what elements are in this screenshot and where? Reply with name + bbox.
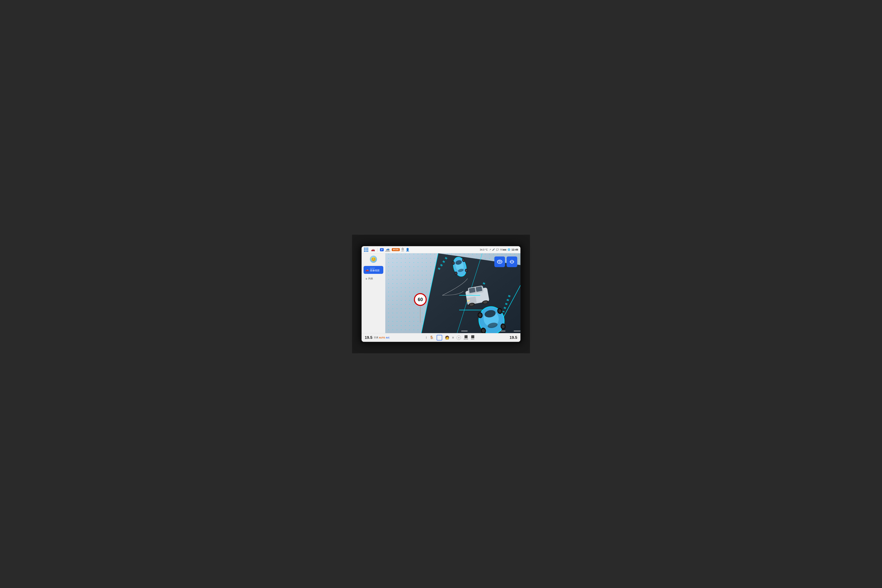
temperature-display: 34.0 °C [480, 248, 488, 251]
infotainment-screen: 🚗 P 🚙 ASSIST MODE ⏻ OFF [362, 246, 520, 342]
message-icon: 💬 [496, 248, 499, 251]
max-control[interactable]: ⬛ MAX [471, 335, 474, 340]
image-view-label: 图像视图 [370, 269, 380, 272]
list-icon: ≡ [366, 277, 367, 280]
svg-point-52 [497, 260, 502, 264]
svg-point-53 [499, 261, 501, 262]
svg-point-54 [510, 260, 513, 263]
divider-1 [377, 248, 378, 252]
rotate-view-button[interactable] [507, 256, 517, 267]
sidebar-item-image-view[interactable]: 🚗 ASSIST 图像视图 [363, 266, 383, 274]
right-status-icons: ↗ 🎤 💬 5G▮▮▮ 🌐 12:49 [489, 248, 518, 251]
screen-bezel: 🚗 P 🚙 ASSIST MODE ⏻ OFF [360, 244, 522, 344]
rear-control[interactable]: ⬛ REAR [464, 335, 468, 340]
sidebar: 😊 🚗 ASSIST 图像视图 ≡ 列表 [362, 253, 385, 333]
status-bar: 🚗 P 🚙 ASSIST MODE ⏻ OFF [362, 246, 520, 253]
add-button[interactable]: + [457, 336, 461, 340]
right-temperature: 19.5 [509, 335, 517, 340]
navigation-icon[interactable]: 🚗 [371, 248, 375, 252]
action-buttons [494, 256, 517, 267]
parking-button[interactable]: P [380, 248, 384, 251]
microphone-icon: 🎤 [492, 248, 495, 251]
dashboard-container: 🚗 P 🚙 ASSIST MODE ⏻ OFF [352, 235, 530, 353]
auto-label[interactable]: AUTO [379, 336, 385, 339]
main-content: 😊 🚗 ASSIST 图像视图 ≡ 列表 [362, 253, 520, 333]
person-icon[interactable]: 👤 [406, 248, 410, 252]
seat-heat-icon[interactable]: 🪑 [429, 336, 434, 340]
person-air-icon[interactable]: 🧑 [445, 336, 449, 340]
mode-button[interactable]: MODE [392, 248, 400, 251]
image-view-icon: 🚗 [366, 268, 369, 272]
clock-display: 12:49 [512, 248, 518, 251]
fan-speed-icon[interactable]: ⁞ [426, 336, 427, 339]
list-label: 列表 [368, 277, 373, 280]
off-icon[interactable]: ⏻ OFF [401, 248, 404, 252]
ac-label: 空调 [374, 336, 378, 339]
left-temperature: 19.5 [365, 335, 373, 340]
sidebar-item-list[interactable]: ≡ 列表 [363, 275, 383, 282]
camera-view-button[interactable] [494, 256, 505, 267]
climate-bar: 19.5 空调 AUTO A/C ⁞ 🪑 🧑 ≡ + [362, 333, 520, 342]
avatar: 😊 [370, 256, 377, 263]
ac-mode-label[interactable]: A/C [386, 336, 390, 339]
location-icon: ↗ [489, 248, 491, 251]
climate-menu-icon[interactable]: ≡ [452, 336, 454, 339]
assist-nav-icon[interactable]: 🚙 ASSIST [385, 248, 390, 252]
climate-controls: ⁞ 🪑 🧑 ≡ + ⬛ REAR [391, 335, 509, 340]
visualization-area: 60 [385, 253, 520, 333]
signal-icon: 5G▮▮▮ [500, 249, 506, 251]
display-toggle-button[interactable] [436, 335, 442, 340]
app-grid-icon[interactable] [364, 248, 368, 252]
svg-text:60: 60 [418, 297, 423, 302]
globe-icon: 🌐 [508, 248, 510, 251]
